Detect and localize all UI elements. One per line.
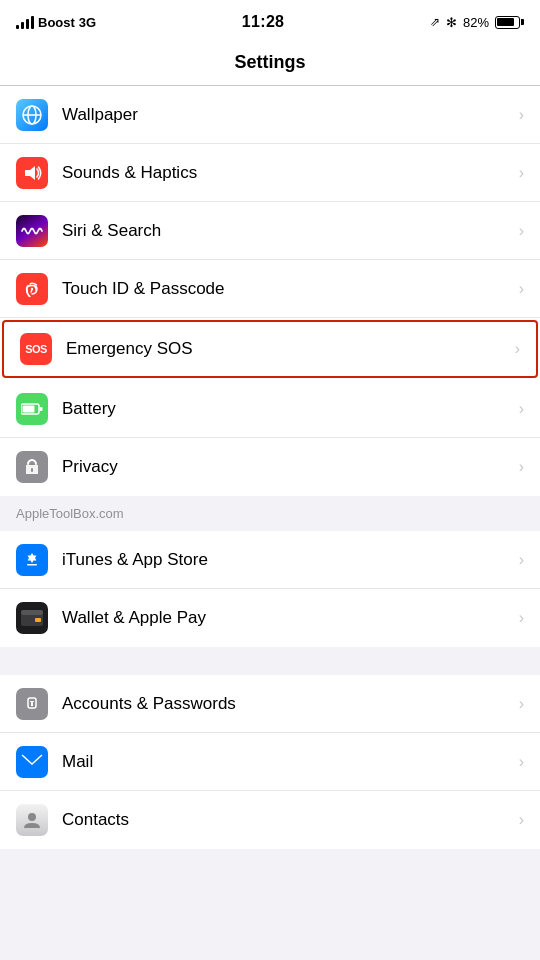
settings-row-wallet[interactable]: Wallet & Apple Pay › — [0, 589, 540, 647]
battery-icon — [495, 16, 524, 29]
settings-row-sounds[interactable]: Sounds & Haptics › — [0, 144, 540, 202]
accounts-chevron: › — [519, 695, 524, 713]
divider-label: AppleToolBox.com — [16, 506, 124, 521]
touchid-label: Touch ID & Passcode — [62, 279, 511, 299]
appstore-icon — [16, 544, 48, 576]
sounds-chevron: › — [519, 164, 524, 182]
settings-row-touchid[interactable]: Touch ID & Passcode › — [0, 260, 540, 318]
svg-rect-7 — [40, 407, 43, 411]
page-title: Settings — [234, 52, 305, 72]
bluetooth-icon: ✻ — [446, 15, 457, 30]
section-divider-appletoolbox: AppleToolBox.com — [0, 496, 540, 531]
mail-icon — [16, 746, 48, 778]
nav-title: Settings — [0, 44, 540, 86]
contacts-chevron: › — [519, 811, 524, 829]
mail-chevron: › — [519, 753, 524, 771]
privacy-chevron: › — [519, 458, 524, 476]
appstore-label: iTunes & App Store — [62, 550, 511, 570]
battery-percent: 82% — [463, 15, 489, 30]
settings-row-contacts[interactable]: Contacts › — [0, 791, 540, 849]
wallpaper-icon — [16, 99, 48, 131]
sos-chevron: › — [515, 340, 520, 358]
sounds-label: Sounds & Haptics — [62, 163, 511, 183]
settings-row-siri[interactable]: Siri & Search › — [0, 202, 540, 260]
status-time: 11:28 — [242, 13, 284, 31]
accounts-icon — [16, 688, 48, 720]
appstore-chevron: › — [519, 551, 524, 569]
svg-point-4 — [31, 287, 33, 289]
svg-rect-12 — [35, 618, 41, 622]
svg-rect-11 — [21, 610, 43, 615]
sounds-icon — [16, 157, 48, 189]
wallet-chevron: › — [519, 609, 524, 627]
svg-marker-3 — [25, 166, 35, 180]
status-indicators: ⇗ ✻ 82% — [430, 15, 524, 30]
accounts-label: Accounts & Passwords — [62, 694, 511, 714]
wallpaper-chevron: › — [519, 106, 524, 124]
svg-rect-9 — [27, 564, 37, 566]
siri-chevron: › — [519, 222, 524, 240]
mail-label: Mail — [62, 752, 511, 772]
privacy-label: Privacy — [62, 457, 511, 477]
settings-row-privacy[interactable]: Privacy › — [0, 438, 540, 496]
svg-rect-14 — [30, 701, 34, 702]
status-bar: Boost 3G 11:28 ⇗ ✻ 82% — [0, 0, 540, 44]
network-label: 3G — [79, 15, 96, 30]
location-icon: ⇗ — [430, 15, 440, 29]
settings-group-2: iTunes & App Store › Wallet & Apple Pay … — [0, 531, 540, 647]
sos-label: Emergency SOS — [66, 339, 507, 359]
wallet-label: Wallet & Apple Pay — [62, 608, 511, 628]
svg-rect-6 — [23, 405, 35, 412]
privacy-icon — [16, 451, 48, 483]
carrier-info: Boost 3G — [16, 15, 96, 30]
siri-icon — [16, 215, 48, 247]
settings-row-appstore[interactable]: iTunes & App Store › — [0, 531, 540, 589]
siri-label: Siri & Search — [62, 221, 511, 241]
contacts-icon — [16, 804, 48, 836]
svg-rect-15 — [31, 702, 33, 706]
section-divider-2 — [0, 647, 540, 675]
battery-chevron: › — [519, 400, 524, 418]
settings-row-accounts[interactable]: Accounts & Passwords › — [0, 675, 540, 733]
settings-row-sos[interactable]: SOS Emergency SOS › — [2, 320, 538, 378]
signal-icon — [16, 15, 34, 29]
svg-rect-8 — [31, 468, 33, 472]
contacts-label: Contacts — [62, 810, 511, 830]
battery-row-icon — [16, 393, 48, 425]
carrier-label: Boost — [38, 15, 75, 30]
settings-row-wallpaper[interactable]: Wallpaper › — [0, 86, 540, 144]
settings-row-battery[interactable]: Battery › — [0, 380, 540, 438]
touchid-icon — [16, 273, 48, 305]
svg-point-17 — [28, 813, 36, 821]
settings-row-mail[interactable]: Mail › — [0, 733, 540, 791]
settings-group-1: Wallpaper › Sounds & Haptics › Siri & Se… — [0, 86, 540, 496]
wallpaper-label: Wallpaper — [62, 105, 511, 125]
settings-group-3: Accounts & Passwords › Mail › Contacts › — [0, 675, 540, 849]
sos-icon: SOS — [20, 333, 52, 365]
battery-label: Battery — [62, 399, 511, 419]
wallet-icon — [16, 602, 48, 634]
touchid-chevron: › — [519, 280, 524, 298]
